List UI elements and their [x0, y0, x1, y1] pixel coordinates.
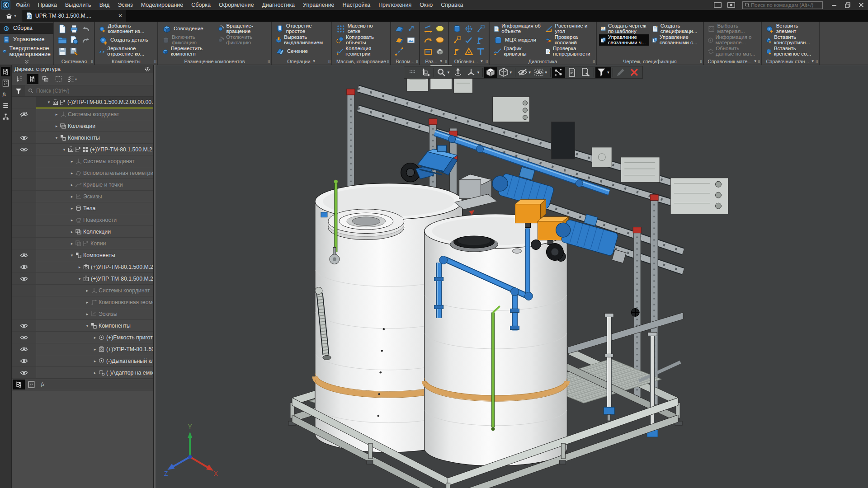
expand-arrow-icon[interactable]: ▸: [69, 218, 75, 222]
ribbon-icon-button[interactable]: [476, 24, 486, 34]
visibility-eye-f-icon[interactable]: [12, 355, 36, 367]
menu-Файл[interactable]: Файл: [12, 0, 34, 10]
ribbon-button[interactable]: Проверка коллизий: [543, 34, 594, 46]
expand-arrow-icon[interactable]: ▸: [69, 171, 75, 175]
visibility-eye-f-icon[interactable]: [12, 367, 36, 379]
ribbon-icon-button[interactable]: [464, 47, 474, 56]
command-search[interactable]: [742, 1, 823, 9]
tree-row[interactable]: ▾ (+)УПР-ТМ-80.1.500.М.2.20.02.0: [12, 273, 153, 285]
dropdown-arrow-icon[interactable]: ▼: [509, 70, 513, 75]
expand-arrow-icon[interactable]: ▸: [69, 230, 75, 234]
expand-arrow-icon[interactable]: ▸: [69, 183, 75, 187]
ribbon-button[interactable]: Добавить компонент из...: [97, 23, 155, 34]
visibility-eye-icon[interactable]: [12, 144, 36, 155]
visibility-eye-off-icon[interactable]: [12, 108, 36, 120]
tree-row[interactable]: ▸ (-)Дыхательный клапан НР: [12, 355, 153, 367]
ribbon-button[interactable]: Управление связанными с...: [651, 34, 701, 46]
tree-row[interactable]: ▸ (+)УПР-ТМ-80.1.500.М.2.20.0: [12, 343, 153, 355]
viewport-orientation-button[interactable]: [452, 67, 465, 78]
3d-viewport[interactable]: ▼▼▼▼▼▼: [156, 65, 868, 488]
dropdown-arrow-icon[interactable]: ▼: [447, 70, 450, 75]
menu-Справка[interactable]: Справка: [437, 0, 467, 10]
strip-hierarchy-button[interactable]: [1, 112, 10, 122]
gear-icon[interactable]: [144, 66, 151, 72]
ribbon-button[interactable]: График кривизны: [492, 46, 542, 57]
viewport-hide-objects-button[interactable]: ▼: [517, 67, 533, 78]
expand-arrow-icon[interactable]: ▸: [92, 359, 98, 363]
expand-arrow-icon[interactable]: ▾: [69, 253, 75, 258]
dropdown-arrow-icon[interactable]: ▼: [528, 70, 532, 75]
menu-Управление[interactable]: Управление: [299, 0, 339, 10]
section-dropdown-icon[interactable]: ▼: [754, 59, 757, 63]
expand-arrow-icon[interactable]: ▸: [84, 312, 90, 316]
viewport-drag-handle-button[interactable]: [406, 67, 419, 78]
ribbon-button[interactable]: Расстояние и угол: [543, 23, 594, 34]
section-handle-icon[interactable]: ⠿: [154, 60, 156, 64]
ribbon-button[interactable]: Создать чертеж по шаблону: [599, 23, 649, 34]
app-logo-icon[interactable]: [0, 0, 12, 10]
tree-row[interactable]: ▸ Эскизы: [12, 191, 153, 202]
ribbon-icon-button[interactable]: [81, 35, 91, 45]
ribbon-icon-button[interactable]: [394, 35, 404, 45]
viewport-local-cs-button[interactable]: [419, 67, 432, 78]
strip-fx-button[interactable]: fx: [1, 89, 10, 99]
tree-row[interactable]: ▸ Системы координат: [12, 108, 153, 120]
tab-close-icon[interactable]: ✕: [118, 13, 123, 19]
section-dropdown-icon[interactable]: ▼: [439, 59, 443, 63]
tree-tab-params[interactable]: [26, 380, 38, 389]
ribbon-button[interactable]: Сечение: [274, 46, 329, 57]
menu-Эскиз[interactable]: Эскиз: [113, 0, 137, 10]
3d-model-canvas[interactable]: Y X Z: [156, 65, 868, 488]
visibility-eye-f-icon[interactable]: [12, 261, 36, 273]
ribbon-button[interactable]: Вставить элемент: [764, 23, 816, 34]
viewport-scene-doc-button[interactable]: [566, 67, 579, 78]
section-handle-icon[interactable]: ⠿: [90, 60, 93, 64]
ribbon-icon-button[interactable]: [57, 24, 67, 34]
tree-row[interactable]: ▾ (+)УПР-ТМ-80.1.500.М.2.20.00: [12, 144, 153, 155]
section-handle-icon[interactable]: ⠿: [815, 60, 818, 64]
ribbon-button[interactable]: Выбрать материал...: [706, 23, 759, 34]
tree-row[interactable]: ▸ Поверхности: [12, 214, 153, 226]
ribbon-icon-button[interactable]: [57, 35, 67, 45]
section-dropdown-icon[interactable]: ▼: [480, 59, 483, 63]
expand-arrow-icon[interactable]: ▸: [69, 241, 75, 246]
screen-layout-icon[interactable]: [711, 0, 724, 10]
ribbon-icon-button[interactable]: [57, 47, 67, 56]
strip-params-button[interactable]: [1, 78, 10, 88]
presentation-icon[interactable]: [724, 0, 738, 10]
section-handle-icon[interactable]: ⠿: [592, 60, 595, 64]
tree-row[interactable]: ▾ Компоненты: [12, 132, 153, 144]
ribbon-button[interactable]: Создать спецификаци...: [651, 23, 701, 34]
expand-arrow-icon[interactable]: ▸: [69, 159, 75, 164]
ribbon-button[interactable]: Вращение-вращение: [215, 23, 269, 34]
menu-Оформление[interactable]: Оформление: [215, 0, 258, 10]
menu-Выделить[interactable]: Выделить: [61, 0, 95, 10]
ribbon-button[interactable]: Переместить компонент: [160, 46, 214, 57]
ribbon-icon-button[interactable]: [476, 35, 486, 45]
expand-arrow-icon[interactable]: ▸: [76, 265, 83, 269]
ribbon-button[interactable]: Вставить конструктивн...: [764, 34, 816, 46]
home-dropdown-icon[interactable]: ▾: [14, 14, 16, 18]
tree-toolbar-numbered-view[interactable]: [14, 74, 25, 84]
viewport-display-wireframe-button[interactable]: ▼: [498, 67, 514, 78]
tree-row[interactable]: ▸ (-)Адаптор на емкость ПВХ: [12, 367, 153, 379]
ribbon-icon-button[interactable]: [435, 47, 445, 56]
expand-arrow-icon[interactable]: ▾: [76, 277, 83, 281]
ribbon-icon-button[interactable]: [406, 35, 416, 45]
tree-row[interactable]: ▸ Кривые и точки: [12, 179, 153, 191]
tree-row[interactable]: ▸ (+)УПР-ТМ-80.1.500.М.2.20.01.0: [12, 261, 153, 273]
ribbon-button[interactable]: Информация об объекте: [492, 23, 542, 34]
ribbon-button[interactable]: Копировать объекты: [335, 34, 388, 46]
expand-arrow-icon[interactable]: ▾: [61, 147, 67, 152]
ribbon-button[interactable]: Отверстие простое: [274, 23, 329, 34]
restore-button[interactable]: [841, 0, 854, 10]
ribbon-icon-button[interactable]: [394, 47, 404, 56]
tree-toolbar-marquee[interactable]: [53, 74, 65, 84]
section-handle-icon[interactable]: ⠿: [267, 60, 270, 64]
viewport-filter-button[interactable]: ▼: [595, 67, 611, 78]
ribbon-button[interactable]: Создать деталь: [97, 34, 155, 46]
tree-row[interactable]: ▸ Копии: [12, 238, 153, 249]
ribbon-icon-button[interactable]: [452, 35, 462, 45]
ribbon-icon-button[interactable]: [81, 24, 91, 34]
expand-arrow-icon[interactable]: ▾: [84, 324, 90, 328]
